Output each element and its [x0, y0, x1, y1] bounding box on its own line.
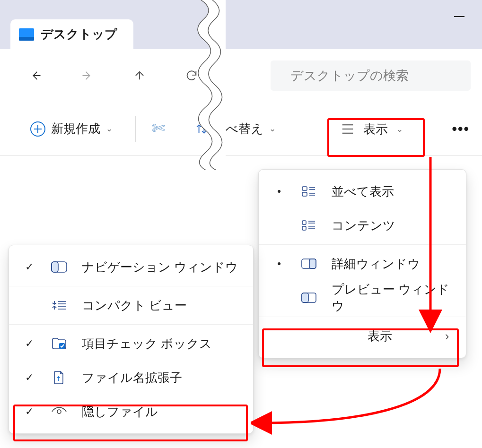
sort-label: 並べ替え	[213, 121, 263, 137]
menu-item-label: 項目チェック ボックス	[82, 336, 240, 352]
menu-item-compact-view[interactable]: コンパクト ビュー	[9, 288, 253, 322]
up-button[interactable]	[114, 69, 166, 82]
cut-icon[interactable]: ✄	[152, 119, 165, 138]
forward-button[interactable]	[61, 69, 114, 82]
menu-item-tile[interactable]: • 並べて表示	[259, 174, 466, 208]
menu-item-extensions[interactable]: ✓ ファイル名拡張子	[9, 361, 253, 395]
details-pane-icon	[299, 258, 318, 269]
tab-desktop[interactable]: デスクトップ	[10, 19, 133, 49]
svg-rect-11	[52, 262, 58, 272]
new-button[interactable]: 新規作成 ⌄	[24, 117, 119, 141]
check-icon: ✓	[22, 371, 36, 384]
view-menu: • 並べて表示 コンテンツ • 詳細ウィンドウ プレビュー ウィンドウ 表示 ›	[258, 169, 466, 358]
menu-item-label: ナビゲーション ウィンドウ	[82, 259, 240, 276]
desktop-icon	[19, 28, 34, 41]
show-menu: ✓ ナビゲーション ウィンドウ コンパクト ビュー ✓ 項目チェック ボックス …	[9, 245, 254, 434]
svg-rect-12	[59, 343, 65, 349]
svg-rect-5	[302, 226, 306, 230]
navbar: デスクトップの検索	[0, 49, 482, 102]
chevron-down-icon: ⌄	[106, 124, 113, 134]
tile-icon	[299, 186, 318, 197]
compact-icon	[50, 300, 69, 311]
menu-item-nav-pane[interactable]: ✓ ナビゲーション ウィンドウ	[9, 250, 253, 284]
sort-icon	[195, 123, 208, 135]
sort-button[interactable]: 並べ替え ⌄	[195, 121, 276, 137]
refresh-button[interactable]	[166, 69, 218, 82]
preview-pane-icon	[299, 293, 318, 303]
toolbar: 新規作成 ⌄ ✄ 並べ替え ⌄ 表示 ⌄ •••	[0, 102, 482, 156]
content-icon	[299, 220, 318, 231]
menu-item-label: 隠しファイル	[82, 404, 240, 420]
toolbar-separator	[135, 116, 136, 142]
menu-separator	[9, 286, 253, 286]
svg-point-13	[57, 410, 61, 414]
svg-rect-2	[302, 187, 307, 190]
list-icon	[341, 123, 355, 135]
svg-rect-9	[302, 293, 308, 302]
titlebar: デスクトップ	[0, 0, 482, 49]
annotation-arrow-2	[251, 364, 449, 435]
back-button[interactable]	[9, 69, 61, 82]
nav-pane-icon	[50, 261, 69, 273]
menu-item-label: 詳細ウィンドウ	[332, 256, 453, 272]
menu-separator	[259, 317, 466, 317]
menu-item-label: 並べて表示	[332, 183, 453, 200]
svg-rect-4	[302, 221, 306, 224]
check-icon: ✓	[22, 405, 36, 418]
check-icon: ✓	[22, 261, 36, 273]
menu-item-label: プレビュー ウィンドウ	[332, 281, 453, 314]
minimize-button[interactable]	[450, 9, 469, 25]
bullet-icon: •	[272, 185, 286, 198]
menu-item-preview-pane[interactable]: プレビュー ウィンドウ	[259, 281, 466, 315]
menu-separator	[259, 244, 466, 245]
chevron-down-icon: ⌄	[396, 124, 403, 134]
search-input[interactable]: デスクトップの検索	[271, 60, 471, 91]
plus-icon	[30, 121, 45, 137]
menu-item-details-pane[interactable]: • 詳細ウィンドウ	[259, 247, 466, 281]
tab-title: デスクトップ	[41, 26, 117, 43]
svg-rect-1	[19, 37, 34, 41]
bullet-icon: •	[272, 258, 286, 270]
menu-item-label: コンパクト ビュー	[82, 297, 240, 314]
menu-item-hidden-files[interactable]: ✓ 隠しファイル	[9, 395, 253, 429]
chevron-down-icon: ⌄	[269, 124, 276, 134]
view-label: 表示	[363, 121, 388, 138]
new-label: 新規作成	[51, 121, 100, 137]
menu-item-show-submenu[interactable]: 表示 ›	[259, 319, 466, 353]
chevron-right-icon: ›	[441, 329, 453, 344]
menu-item-label: コンテンツ	[332, 217, 453, 234]
menu-separator	[9, 324, 253, 325]
search-placeholder: デスクトップの検索	[290, 67, 409, 84]
check-icon: ✓	[22, 337, 36, 350]
svg-rect-3	[302, 192, 307, 196]
menu-item-label: 表示	[332, 328, 428, 345]
menu-item-label: ファイル名拡張子	[82, 370, 240, 386]
svg-rect-7	[309, 259, 316, 268]
eye-icon	[50, 406, 69, 417]
view-button[interactable]: 表示 ⌄	[330, 112, 424, 146]
more-button[interactable]: •••	[452, 121, 470, 137]
folder-check-icon	[50, 337, 69, 350]
menu-item-content[interactable]: コンテンツ	[259, 208, 466, 242]
menu-item-checkboxes[interactable]: ✓ 項目チェック ボックス	[9, 327, 253, 361]
file-icon	[50, 370, 69, 385]
